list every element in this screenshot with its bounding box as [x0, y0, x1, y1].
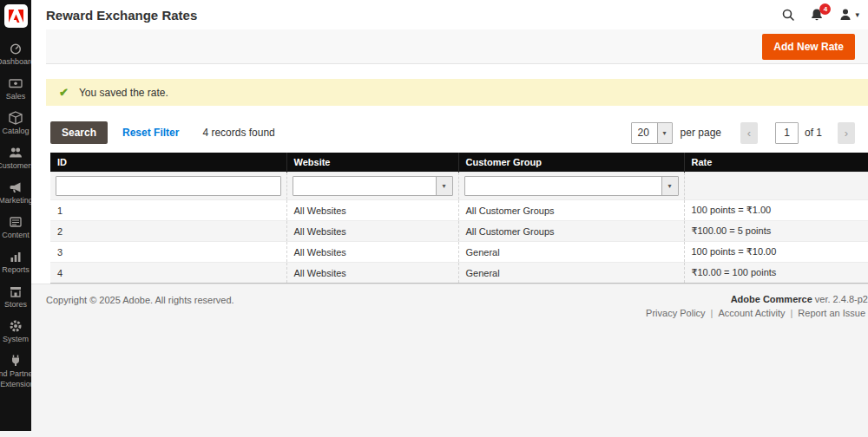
chevron-down-icon: ▾: [657, 123, 672, 143]
account-menu[interactable]: ▾: [838, 8, 859, 22]
table-row[interactable]: 4 All Websites General ₹10.00 = 100 poin…: [50, 263, 868, 284]
grid-filter-row: ▾ ▾: [50, 173, 868, 200]
column-header-id[interactable]: ID: [50, 153, 286, 173]
sidebar-item-dashboard[interactable]: Dashboard: [0, 36, 31, 71]
cell-customer-group: General: [458, 263, 684, 284]
search-button[interactable]: Search: [50, 121, 108, 144]
sidebar-item-content[interactable]: Content: [0, 210, 31, 245]
add-new-rate-button[interactable]: Add New Rate: [762, 34, 855, 60]
admin-app: Dashboard Sales Catalog Customers Market: [0, 0, 868, 437]
table-row[interactable]: 1 All Websites All Customer Groups 100 p…: [50, 200, 868, 221]
sidebar-label: Sales: [6, 92, 26, 101]
cell-website: All Websites: [286, 242, 458, 263]
chevron-down-icon: ▾: [855, 10, 859, 19]
id-filter-input[interactable]: [56, 176, 281, 196]
account-activity-link[interactable]: Account Activity: [718, 308, 785, 318]
sidebar-item-system[interactable]: System: [0, 314, 31, 349]
sidebar-item-find-partners[interactable]: Find Partners & Extensions: [0, 349, 31, 395]
rate-filter-cell: [684, 173, 868, 200]
cell-customer-group: All Customer Groups: [458, 200, 684, 221]
adobe-logo-icon[interactable]: [4, 4, 28, 28]
chevron-down-icon: ▾: [661, 177, 678, 195]
website-filter-select[interactable]: ▾: [293, 176, 453, 196]
column-header-rate[interactable]: Rate: [684, 153, 868, 173]
sidebar-label: Catalog: [2, 127, 29, 135]
notifications-bell-icon[interactable]: 4: [810, 8, 824, 22]
sidebar-label: Find Partners & Extensions: [0, 369, 31, 389]
dashboard-gauge-icon: [9, 41, 23, 55]
sidebar-item-customers[interactable]: Customers: [0, 140, 31, 175]
rates-grid: ID Website Customer Group Rate ▾: [50, 153, 868, 284]
cell-rate: ₹100.00 = 5 points: [684, 221, 868, 242]
cell-id: 3: [50, 242, 286, 263]
version-text: ver. 2.4.8-p2: [812, 294, 868, 304]
sidebar-item-reports[interactable]: Reports: [0, 245, 31, 279]
sidebar-item-sales[interactable]: Sales: [0, 71, 31, 106]
table-row[interactable]: 3 All Websites General 100 points = ₹10.…: [50, 242, 868, 263]
footer-links: Privacy Policy|Account Activity|Report a…: [646, 308, 868, 318]
search-icon[interactable]: [781, 8, 795, 22]
page-title: Reward Exchange Rates: [46, 8, 197, 23]
people-icon: [9, 145, 23, 160]
per-page-label: per page: [681, 127, 721, 139]
cell-id: 1: [50, 200, 286, 221]
page-header: Reward Exchange Rates 4 ▾: [31, 0, 868, 29]
user-icon: [838, 8, 852, 22]
next-page-button[interactable]: ›: [838, 122, 855, 144]
main-area: Reward Exchange Rates 4 ▾ Add New Rate ✔: [31, 0, 868, 437]
table-row[interactable]: 2 All Websites All Customer Groups ₹100.…: [50, 221, 868, 242]
success-message-text: You saved the rate.: [79, 87, 168, 99]
version-line: Adobe Commerce ver. 2.4.8-p2: [646, 294, 868, 304]
column-header-customer-group[interactable]: Customer Group: [458, 153, 684, 173]
cell-website: All Websites: [286, 221, 458, 242]
chevron-down-icon: ▾: [436, 177, 452, 195]
check-icon: ✔: [59, 86, 69, 99]
sidebar-label: Stores: [4, 300, 27, 309]
cell-rate: 100 points = ₹10.00: [684, 242, 868, 263]
brand-name: Adobe Commerce: [731, 294, 812, 304]
sidebar: Dashboard Sales Catalog Customers Market: [0, 0, 31, 431]
cell-id: 4: [50, 263, 286, 284]
privacy-policy-link[interactable]: Privacy Policy: [646, 308, 705, 318]
cell-website: All Websites: [286, 263, 458, 284]
customer-group-filter-select[interactable]: ▾: [464, 176, 679, 196]
bar-chart-icon: [9, 249, 23, 264]
cell-rate: 100 points = ₹1.00: [684, 200, 868, 221]
megaphone-icon: [9, 179, 23, 194]
per-page-value: 20: [632, 123, 657, 143]
report-issue-link[interactable]: Report an Issue: [798, 308, 865, 318]
cell-id: 2: [50, 221, 286, 242]
sidebar-label: Marketing: [0, 196, 31, 205]
storefront-icon: [9, 284, 23, 298]
header-actions: 4 ▾: [781, 8, 859, 22]
page-icon: [9, 214, 23, 229]
banknote-icon: [9, 75, 23, 90]
reset-filter-link[interactable]: Reset Filter: [122, 127, 179, 139]
sidebar-label: Content: [2, 231, 30, 239]
cell-customer-group: All Customer Groups: [458, 221, 684, 242]
cell-customer-group: General: [458, 242, 684, 263]
sidebar-label: Reports: [2, 265, 30, 274]
notification-count-badge: 4: [819, 3, 831, 15]
grid-controls: Search Reset Filter 4 records found 20 ▾…: [50, 121, 855, 144]
page-actions-toolbar: Add New Rate: [46, 29, 868, 64]
column-header-website[interactable]: Website: [286, 153, 458, 173]
gear-icon: [9, 318, 23, 333]
pagination: 20 ▾ per page ‹ of 1 ›: [631, 122, 855, 144]
plug-icon: [9, 353, 23, 368]
sidebar-item-stores[interactable]: Stores: [0, 279, 31, 314]
sidebar-label: System: [3, 335, 29, 343]
cell-rate: ₹10.00 = 100 points: [684, 263, 868, 284]
sidebar-label: Customers: [0, 161, 31, 170]
box-icon: [9, 110, 23, 125]
total-pages-label: of 1: [805, 127, 822, 139]
records-found-text: 4 records found: [202, 127, 274, 139]
current-page-input[interactable]: [775, 122, 799, 144]
cell-website: All Websites: [286, 200, 458, 221]
per-page-select[interactable]: 20 ▾: [631, 122, 673, 144]
success-message: ✔ You saved the rate.: [46, 79, 868, 106]
sidebar-item-marketing[interactable]: Marketing: [0, 175, 31, 210]
sidebar-label: Dashboard: [0, 57, 31, 66]
previous-page-button[interactable]: ‹: [740, 122, 758, 144]
sidebar-item-catalog[interactable]: Catalog: [0, 106, 31, 140]
